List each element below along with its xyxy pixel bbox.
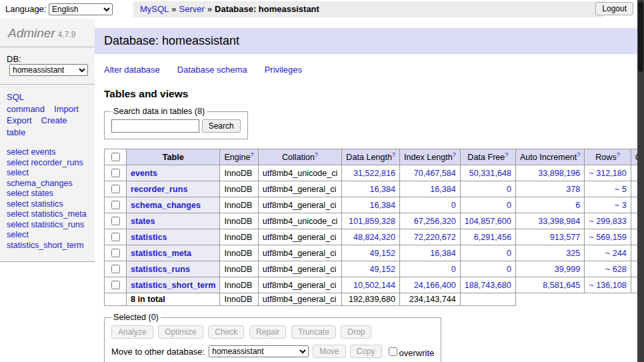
row-checkbox[interactable] <box>111 265 120 273</box>
table-link[interactable]: statistics <box>131 233 167 242</box>
data-length-link[interactable]: 10,502,144 <box>346 281 395 290</box>
row-checkbox[interactable] <box>111 249 120 257</box>
auto-increment-link[interactable]: 6 <box>520 201 580 210</box>
database-schema-link[interactable]: Database schema <box>177 65 247 75</box>
scrollbar-thumb[interactable] <box>638 2 643 72</box>
sidebar-link-import[interactable]: Import <box>54 104 79 114</box>
index-length-link[interactable]: 70,467,584 <box>404 169 456 178</box>
rows-link[interactable]: ~ 5 <box>589 185 626 194</box>
vertical-scrollbar[interactable] <box>637 0 644 362</box>
rows-link[interactable]: ~ 569,159 <box>589 233 626 242</box>
sidebar-item-select-recorder-runs[interactable]: select recorder_runs <box>7 158 88 168</box>
rows-link[interactable]: ~ 136,108 <box>589 281 626 290</box>
help-link[interactable]: ? <box>392 151 395 158</box>
move-button[interactable]: Move <box>313 345 345 358</box>
table-link[interactable]: states <box>131 217 155 226</box>
table-link[interactable]: schema_changes <box>131 201 201 210</box>
help-link[interactable]: ? <box>505 151 508 158</box>
sidebar-item-select-statistics[interactable]: select statistics <box>7 199 88 209</box>
data-free-link[interactable]: 50,331,648 <box>465 169 511 178</box>
privileges-link[interactable]: Privileges <box>265 65 302 75</box>
data-length-link[interactable]: 101,859,328 <box>346 217 395 226</box>
data-length-link[interactable]: 49,152 <box>346 249 395 258</box>
table-link[interactable]: recorder_runs <box>131 185 187 194</box>
language-select[interactable]: English <box>49 3 113 15</box>
sidebar-link-export[interactable]: Export <box>7 115 32 125</box>
data-free-link[interactable]: 0 <box>465 265 511 274</box>
rows-link[interactable]: ~ 628 <box>589 265 626 274</box>
row-checkbox[interactable] <box>111 281 120 289</box>
sidebar-item-select-schema-changes[interactable]: select schema_changes <box>7 168 88 189</box>
data-length-link[interactable]: 16,384 <box>346 185 395 194</box>
breadcrumb-server-link[interactable]: Server <box>179 4 205 14</box>
row-checkbox[interactable] <box>111 217 120 225</box>
rows-link[interactable]: ~ 3 <box>589 201 626 210</box>
db-select[interactable]: homeassistant <box>9 64 88 76</box>
breadcrumb-mysql-link[interactable]: MySQL <box>140 4 169 14</box>
data-length-link[interactable]: 48,824,320 <box>346 233 395 242</box>
index-length-link[interactable]: 16,384 <box>404 249 456 258</box>
data-length-link[interactable]: 16,384 <box>346 201 395 210</box>
row-checkbox[interactable] <box>111 201 120 209</box>
breadcrumb: MySQL»Server»Database: homeassistant <box>133 1 603 17</box>
data-length-link[interactable]: 31,522,816 <box>346 169 395 178</box>
data-free-link[interactable]: 0 <box>465 185 511 194</box>
rows-link[interactable]: ~ 244 <box>589 249 626 258</box>
move-db-select[interactable]: homeassistant <box>209 345 309 357</box>
drop-button[interactable]: Drop <box>341 325 371 339</box>
auto-increment-link[interactable]: 913,577 <box>520 233 580 242</box>
index-length-link[interactable]: 0 <box>404 201 456 210</box>
select-all-checkbox[interactable] <box>111 153 120 161</box>
data-free-link[interactable]: 104,857,600 <box>465 217 511 226</box>
check-button[interactable]: Check <box>208 325 244 339</box>
search-button[interactable]: Search <box>202 119 241 133</box>
sidebar-link-sql-command[interactable]: SQL command <box>7 92 45 114</box>
sidebar-item-select-statistics-short-term[interactable]: select statistics_short_term <box>7 230 88 251</box>
help-link[interactable]: ? <box>617 151 620 158</box>
auto-increment-link[interactable]: 33,898,196 <box>520 169 580 178</box>
sidebar-item-select-states[interactable]: select states <box>7 189 88 199</box>
row-checkbox[interactable] <box>111 233 120 241</box>
sidebar-item-select-events[interactable]: select events <box>7 147 88 157</box>
data-free-link[interactable]: 0 <box>465 249 511 258</box>
help-link[interactable]: ? <box>577 151 580 158</box>
table-link[interactable]: events <box>131 169 157 178</box>
help-link[interactable]: ? <box>315 151 318 158</box>
index-length-link[interactable]: 0 <box>404 265 456 274</box>
truncate-button[interactable]: Truncate <box>291 325 336 339</box>
auto-increment-link[interactable]: 39,999 <box>520 265 580 274</box>
alter-database-link[interactable]: Alter database <box>104 65 160 75</box>
rows-link[interactable]: ~ 299,833 <box>589 217 626 226</box>
table-link[interactable]: statistics_short_term <box>131 281 215 290</box>
data-free-link[interactable]: 188,743,680 <box>465 281 511 290</box>
row-checkbox[interactable] <box>111 169 120 177</box>
index-length-link[interactable]: 24,166,400 <box>404 281 456 290</box>
copy-button[interactable]: Copy <box>350 345 382 358</box>
data-length-link[interactable]: 49,152 <box>346 265 395 274</box>
help-link[interactable]: ? <box>251 151 254 158</box>
help-link[interactable]: ? <box>453 151 456 158</box>
search-input[interactable] <box>111 119 199 133</box>
app-name[interactable]: Adminer <box>8 26 55 40</box>
index-length-link[interactable]: 72,220,672 <box>404 233 456 242</box>
repair-button[interactable]: Repair <box>249 325 286 339</box>
sidebar-item-select-statistics-runs[interactable]: select statistics_runs <box>7 220 88 230</box>
data-free-link[interactable]: 6,291,456 <box>465 233 511 242</box>
overwrite-checkbox[interactable] <box>389 347 397 356</box>
table-link[interactable]: statistics_meta <box>131 249 191 258</box>
analyze-button[interactable]: Analyze <box>111 325 153 339</box>
table-link[interactable]: statistics_runs <box>131 265 190 274</box>
auto-increment-link[interactable]: 325 <box>520 249 580 258</box>
index-length-link[interactable]: 67,256,320 <box>404 217 456 226</box>
sidebar-item-select-statistics-meta[interactable]: select statistics_meta <box>7 209 88 219</box>
auto-increment-link[interactable]: 33,398,984 <box>520 217 580 226</box>
row-checkbox[interactable] <box>111 185 120 193</box>
auto-increment-link[interactable]: 8,581,645 <box>520 281 580 290</box>
index-length-link[interactable]: 16,384 <box>404 185 456 194</box>
column-header-table: Table <box>127 149 220 165</box>
data-free-link[interactable]: 0 <box>465 201 511 210</box>
rows-link[interactable]: ~ 312,180 <box>589 169 626 178</box>
auto-increment-link[interactable]: 378 <box>520 185 580 194</box>
optimize-button[interactable]: Optimize <box>158 325 203 339</box>
logout-button[interactable]: Logout <box>595 2 633 15</box>
